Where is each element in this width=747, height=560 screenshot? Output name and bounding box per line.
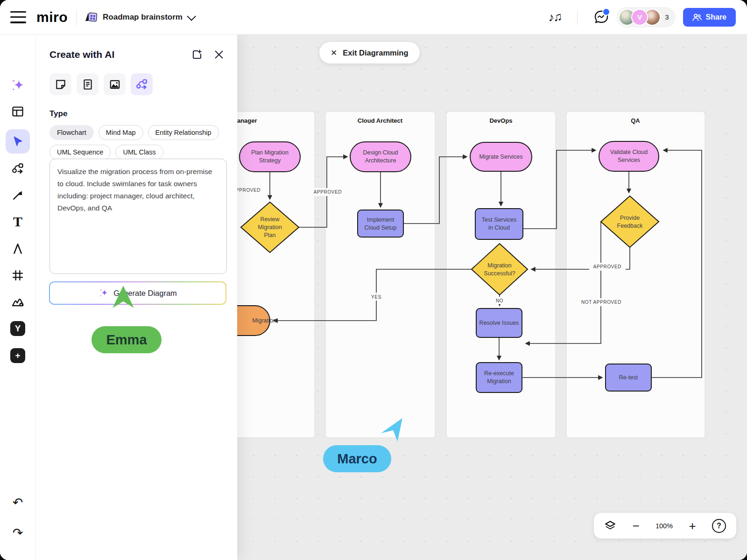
generate-diagram-button[interactable]: Generate Diagram — [49, 281, 226, 305]
node-test-services-in-cloud[interactable]: Test Services in Cloud — [475, 209, 523, 239]
emma-cursor-icon — [111, 285, 135, 311]
svg-text:Re-execute: Re-execute — [484, 370, 514, 377]
text-tool[interactable]: T — [6, 210, 30, 234]
top-bar: miro Roadmap brainstorm ♪♫ — [0, 0, 747, 35]
tab-diagram[interactable] — [131, 73, 153, 95]
ai-create-tool[interactable] — [6, 73, 30, 98]
expand-panel-icon[interactable] — [191, 49, 203, 60]
frame-tool[interactable] — [6, 263, 30, 287]
board-name-menu[interactable]: Roadmap brainstorm — [85, 11, 194, 23]
zoom-in-button[interactable]: + — [689, 520, 696, 532]
node-implement-cloud-setup[interactable]: Implement Cloud Setup — [358, 210, 403, 237]
chip-uml-class[interactable]: UML Class — [115, 145, 163, 160]
share-label: Share — [706, 13, 726, 21]
svg-text:Provide: Provide — [620, 215, 640, 221]
tab-sticky-note[interactable] — [49, 73, 71, 95]
undo-button[interactable]: ↶ — [6, 490, 30, 515]
board-icon — [85, 11, 98, 23]
board-name: Roadmap brainstorm — [103, 13, 183, 22]
people-icon — [692, 14, 702, 21]
edge-label-approved: APPROVED — [314, 189, 342, 195]
arrow-icon — [12, 189, 24, 201]
close-panel-icon[interactable] — [214, 49, 224, 60]
chip-mind-map[interactable]: Mind Map — [99, 125, 143, 140]
tab-document[interactable] — [77, 73, 99, 95]
svg-text:Plan: Plan — [264, 232, 275, 238]
node-resolve-issues[interactable]: Resolve Issues — [476, 308, 522, 337]
collaborator-count: 3 — [665, 13, 669, 21]
svg-text:Migration: Migration — [252, 317, 276, 324]
svg-text:QA: QA — [631, 117, 640, 124]
app-y-tool[interactable]: Y — [6, 316, 30, 341]
diagram-icon — [11, 162, 24, 175]
ai-create-tabs — [49, 73, 237, 95]
divider — [577, 9, 578, 25]
node-plan-migration-strategy[interactable]: Plan Migration Strategy — [240, 142, 300, 172]
sparkles-icon — [11, 78, 25, 92]
select-tool[interactable] — [6, 129, 30, 154]
svg-text:Services: Services — [618, 157, 640, 163]
template-icon — [11, 105, 24, 118]
svg-text:DevOps: DevOps — [489, 117, 512, 124]
main-menu-icon[interactable] — [10, 11, 26, 23]
svg-text:Feedback: Feedback — [617, 223, 643, 229]
zoom-out-button[interactable]: − — [632, 520, 639, 532]
ai-prompt-input[interactable]: Visualize the migration process from on-… — [49, 159, 227, 274]
pen-tool[interactable] — [6, 237, 30, 261]
chip-uml-sequence[interactable]: UML Sequence — [49, 145, 111, 160]
add-apps-tool[interactable]: + — [6, 343, 30, 368]
svg-text:Cloud Architect: Cloud Architect — [358, 117, 403, 124]
arrow-tool[interactable] — [6, 183, 30, 207]
edge-label-yes: YES — [371, 294, 381, 300]
type-label: Type — [49, 109, 237, 119]
miro-app-window: ✕ Exit Diagramming Project Manager Cloud… — [0, 0, 747, 560]
svg-text:Validate Cloud: Validate Cloud — [610, 149, 648, 155]
plus-icon: + — [10, 348, 25, 363]
divider — [76, 9, 77, 25]
svg-text:Design Cloud: Design Cloud — [363, 149, 398, 156]
svg-text:Re-test: Re-test — [619, 374, 638, 381]
svg-text:Implement: Implement — [367, 217, 395, 223]
diagram-type-chips: Flowchart Mind Map Entity Relationship U… — [49, 125, 224, 160]
chart-mountain-icon — [11, 296, 24, 309]
text-icon: T — [13, 215, 22, 229]
svg-text:Review: Review — [261, 216, 280, 223]
avatar[interactable]: V — [631, 9, 648, 26]
svg-text:Resolve Issues: Resolve Issues — [479, 320, 519, 326]
tab-image[interactable] — [104, 73, 126, 95]
y-app-icon: Y — [10, 321, 25, 336]
left-toolbar: T Y + ↶ — [0, 34, 36, 560]
svg-text:Plan Migration: Plan Migration — [251, 149, 289, 156]
layers-icon[interactable] — [604, 520, 616, 532]
edge-label-no: NO — [496, 298, 503, 303]
collaborator-avatars[interactable]: V 3 — [617, 7, 675, 28]
exit-diagramming-label: Exit Diagramming — [343, 49, 408, 57]
svg-text:Migration: Migration — [487, 378, 511, 385]
redo-button[interactable]: ↷ — [6, 521, 30, 545]
emma-cursor-label: Emma — [92, 326, 162, 353]
notification-dot — [602, 8, 610, 16]
miro-logo[interactable]: miro — [36, 9, 68, 25]
diagram-gradient-icon — [135, 78, 148, 91]
diagramming-tool[interactable] — [6, 156, 30, 181]
music-notes-icon[interactable]: ♪♫ — [548, 9, 562, 25]
node-migrate-services[interactable]: Migrate Services — [470, 142, 532, 171]
svg-text:Migration: Migration — [258, 224, 282, 231]
edge-label-not-approved: NOT APPROVED — [581, 300, 621, 305]
cursor-icon — [12, 135, 24, 147]
help-button[interactable]: ? — [712, 519, 726, 533]
chat-button[interactable] — [593, 9, 609, 25]
templates-tool[interactable] — [6, 99, 30, 124]
chip-flowchart[interactable]: Flowchart — [49, 125, 94, 140]
node-reexecute-migration[interactable]: Re-execute Migration — [476, 363, 522, 392]
marco-cursor-icon — [380, 417, 403, 444]
charts-tool[interactable] — [6, 290, 30, 315]
chip-entity-relationship[interactable]: Entity Relationship — [148, 125, 219, 140]
node-retest[interactable]: Re-test — [606, 364, 651, 391]
exit-diagramming-button[interactable]: ✕ Exit Diagramming — [319, 42, 420, 63]
create-with-ai-panel: Create with AI — [35, 34, 237, 560]
zoom-level[interactable]: 100% — [655, 522, 673, 530]
node-design-cloud-architecture[interactable]: Design Cloud Architecture — [350, 142, 411, 172]
share-button[interactable]: Share — [683, 8, 736, 27]
node-validate-cloud-services[interactable]: Validate Cloud Services — [599, 141, 659, 171]
